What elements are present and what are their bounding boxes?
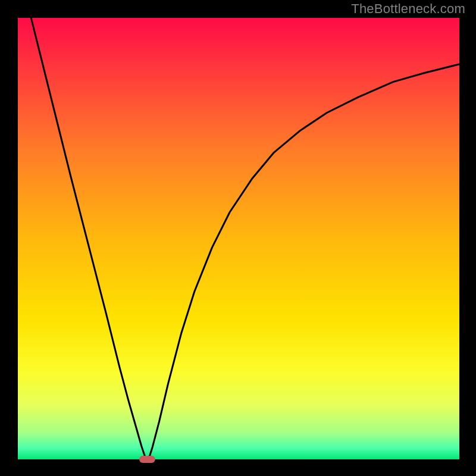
markers-group xyxy=(139,456,155,463)
minimum-marker xyxy=(139,456,155,463)
plot-background xyxy=(18,18,459,459)
watermark-text: TheBottleneck.com xyxy=(351,1,465,17)
gradient-chart xyxy=(0,0,476,476)
chart-frame: { "watermark": "TheBottleneck.com", "cha… xyxy=(0,0,476,476)
